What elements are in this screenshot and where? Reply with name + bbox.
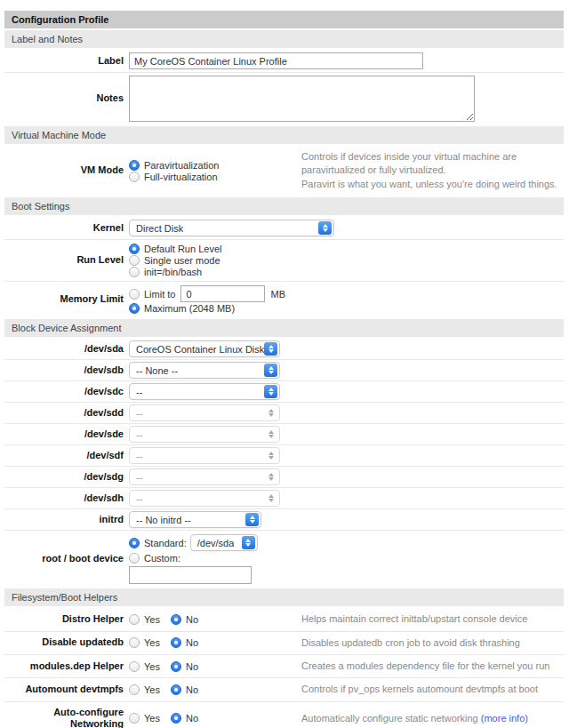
modules-dep-no-option[interactable]: No	[171, 661, 198, 672]
disable-updatedb-row: Disable updatedb Yes No Disables updated…	[4, 631, 564, 654]
radio-checked-icon[interactable]	[171, 614, 181, 625]
radio-checked-icon[interactable]	[129, 244, 140, 254]
initrd-row: initrd -- No initrd --	[4, 508, 564, 530]
vm-mode-help-text: Controls if devices inside your virtual …	[301, 150, 564, 191]
root-device-option-custom[interactable]: Custom:	[129, 553, 180, 564]
select-stepper-icon	[264, 385, 277, 398]
radio-unchecked-icon[interactable]	[129, 255, 140, 266]
disable-updatedb-yes-option[interactable]: Yes	[129, 637, 160, 648]
kernel-label: Kernel	[4, 222, 129, 235]
select-stepper-icon	[264, 428, 277, 441]
custom-root-device-input[interactable]	[129, 566, 252, 584]
section-header-filesystem-boot-helpers: Filesystem/Boot Helpers	[4, 588, 564, 606]
run-level-option-init-bash[interactable]: init=/bin/bash	[129, 267, 301, 277]
select-stepper-icon	[264, 492, 277, 505]
radio-checked-icon[interactable]	[171, 637, 181, 648]
distro-helper-no-option[interactable]: No	[171, 614, 198, 625]
block-device-row-sdc: /dev/sdc --	[4, 380, 564, 402]
initrd-label: initrd	[4, 514, 129, 526]
vm-mode-row: VM Mode Paravirtualization Full-virtuali…	[4, 146, 564, 196]
vm-mode-option-full-virtualization[interactable]: Full-virtualization	[129, 172, 301, 182]
device-label: /dev/sde	[4, 428, 129, 441]
radio-checked-icon[interactable]	[129, 538, 140, 548]
auto-configure-networking-yes-option[interactable]: Yes	[129, 713, 160, 724]
vm-mode-option-paravirtualization[interactable]: Paravirtualization	[129, 160, 301, 171]
disable-updatedb-label: Disable updatedb	[4, 636, 129, 649]
device-sdh-select[interactable]: --	[129, 490, 280, 507]
radio-unchecked-icon[interactable]	[129, 289, 140, 300]
kernel-select[interactable]: Direct Disk	[129, 220, 334, 236]
block-device-row-sdh: /dev/sdh --	[4, 487, 564, 508]
run-level-label: Run Level	[4, 254, 129, 267]
label-row: Label	[4, 50, 564, 72]
label-input[interactable]	[129, 52, 423, 69]
modules-dep-help-text: Creates a modules dependency file for th…	[301, 660, 549, 673]
run-level-option-single-user[interactable]: Single user mode	[129, 255, 301, 266]
device-sde-select[interactable]: --	[129, 426, 280, 443]
device-sdc-select[interactable]: --	[129, 383, 280, 400]
notes-textarea[interactable]	[129, 76, 475, 122]
yes-label: Yes	[144, 637, 160, 648]
automount-devtmpfs-row: Automount devtmpfs Yes No Controls if pv…	[4, 677, 564, 700]
automount-devtmpfs-no-option[interactable]: No	[171, 684, 198, 695]
more-info-link[interactable]: (more info)	[481, 713, 528, 724]
memory-limit-option-maximum[interactable]: Maximum (2048 MB)	[129, 303, 301, 314]
initrd-select[interactable]: -- No initrd --	[129, 511, 261, 528]
device-sda-select[interactable]: CoreOS Container Linux Disk	[129, 340, 280, 357]
section-header-label-and-notes: Label and Notes	[4, 30, 564, 48]
device-label: /dev/sdd	[4, 407, 129, 420]
standard-device-select-value: /dev/sda	[197, 538, 235, 548]
radio-unchecked-icon[interactable]	[129, 553, 140, 564]
kernel-select-value: Direct Disk	[136, 223, 183, 234]
radio-checked-icon[interactable]	[171, 713, 181, 724]
radio-checked-icon[interactable]	[171, 661, 181, 672]
root-boot-device-row: root / boot device Standard: /dev/sda Cu…	[4, 530, 564, 587]
yes-label: Yes	[144, 713, 160, 724]
device-label: /dev/sdh	[4, 492, 129, 505]
device-select-value: CoreOS Container Linux Disk	[136, 344, 264, 355]
radio-unchecked-icon[interactable]	[129, 614, 140, 625]
select-stepper-icon	[264, 364, 277, 377]
device-sdf-select[interactable]: --	[129, 447, 280, 464]
radio-unchecked-icon[interactable]	[129, 684, 140, 695]
select-stepper-icon	[264, 470, 277, 484]
radio-unchecked-icon[interactable]	[129, 267, 140, 277]
device-sdg-select[interactable]: --	[129, 468, 280, 485]
no-label: No	[186, 713, 198, 724]
memory-limit-option-limit[interactable]: Limit to MB	[129, 285, 301, 302]
block-device-row-sdf: /dev/sdf --	[4, 444, 564, 466]
automount-devtmpfs-label: Automount devtmpfs	[4, 684, 129, 696]
notes-row: Notes	[4, 72, 564, 124]
memory-limit-to-label: Limit to	[144, 289, 175, 300]
select-stepper-icon	[264, 342, 277, 356]
radio-checked-icon[interactable]	[171, 684, 181, 695]
disable-updatedb-no-option[interactable]: No	[171, 637, 198, 648]
auto-configure-networking-no-option[interactable]: No	[171, 713, 198, 724]
kernel-row: Kernel Direct Disk	[4, 217, 564, 239]
root-device-option-standard[interactable]: Standard: /dev/sda	[129, 534, 258, 551]
memory-limit-input[interactable]	[180, 285, 265, 302]
select-stepper-icon	[242, 536, 255, 549]
device-sdb-select[interactable]: -- None --	[129, 362, 280, 379]
device-label: /dev/sdb	[4, 364, 129, 377]
automount-devtmpfs-yes-option[interactable]: Yes	[129, 684, 160, 695]
device-sdd-select[interactable]: --	[129, 404, 280, 421]
distro-helper-label: Distro Helper	[4, 613, 129, 626]
radio-checked-icon[interactable]	[129, 160, 140, 171]
custom-option-label: Custom:	[144, 553, 180, 564]
device-label: /dev/sdg	[4, 471, 129, 484]
radio-unchecked-icon[interactable]	[129, 713, 140, 724]
radio-unchecked-icon[interactable]	[129, 661, 140, 672]
modules-dep-yes-option[interactable]: Yes	[129, 661, 160, 672]
distro-helper-yes-option[interactable]: Yes	[129, 614, 160, 625]
standard-device-select[interactable]: /dev/sda	[190, 534, 258, 551]
radio-unchecked-icon[interactable]	[129, 172, 140, 182]
radio-checked-icon[interactable]	[129, 303, 140, 314]
label-field-label: Label	[4, 55, 129, 68]
device-select-value: --	[136, 451, 142, 461]
run-level-option-default[interactable]: Default Run Level	[129, 244, 301, 254]
radio-unchecked-icon[interactable]	[129, 637, 140, 648]
device-select-value: -- None --	[136, 365, 178, 376]
device-select-value: --	[136, 493, 142, 504]
run-level-row: Run Level Default Run Level Single user …	[4, 239, 564, 281]
